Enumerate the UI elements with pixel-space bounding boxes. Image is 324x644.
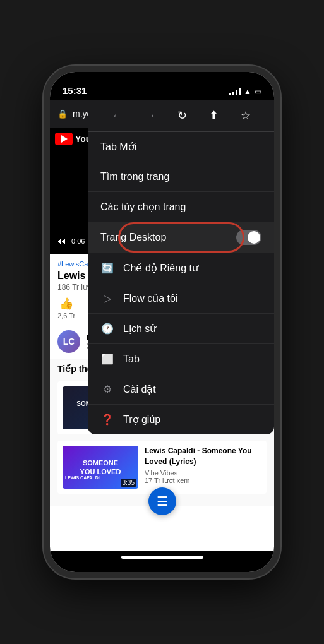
tab-label: Tab: [123, 354, 261, 365]
menu-item-tab[interactable]: ⬜ Tab: [88, 344, 274, 374]
desktop-toggle[interactable]: [236, 230, 261, 245]
menu-icon: ☰: [157, 494, 168, 509]
forward-nav-button[interactable]: →: [140, 107, 161, 125]
settings-icon: ⚙: [100, 383, 114, 395]
status-icons: ▲ ▭: [229, 87, 261, 96]
v-channel-2: Vibe Vibes: [145, 469, 261, 477]
tab-icon: ⬜: [100, 353, 114, 365]
video-meta-2: Lewis Capaldi - Someone You Loved (Lyric…: [145, 446, 261, 489]
private-icon: 🔄: [100, 262, 114, 274]
thumb-up-icon: 👍: [59, 297, 73, 311]
dropdown-nav-row: ← → ↻ ⬆ ☆: [88, 100, 274, 132]
share-nav-button[interactable]: ⬆: [204, 106, 224, 125]
find-label: Tìm trong trang: [100, 171, 169, 182]
home-indicator[interactable]: [121, 556, 203, 559]
settings-label: Cài đặt: [123, 383, 261, 395]
signal-icon: [229, 88, 241, 95]
battery-icon: ▭: [255, 87, 261, 96]
suggested-video-2[interactable]: SOMEONEYOU LOVED LEWIS CAPALDI 3:35 Lewi…: [57, 441, 267, 494]
play-triangle: [61, 135, 68, 143]
flow-icon: ▷: [100, 292, 114, 304]
v-views-2: 17 Tr lượt xem: [145, 477, 261, 485]
phone-frame: 15:31 ▲ ▭ 🔒 m.youtube.com/watch ••• 1: [44, 66, 280, 578]
desktop-toggle-knob: [248, 231, 260, 244]
notch: [115, 72, 210, 90]
fab-button[interactable]: ☰: [148, 487, 176, 515]
v-title-2: Lewis Capaldi - Someone You Loved (Lyric…: [145, 446, 261, 467]
youtube-icon: [55, 133, 73, 145]
wifi-icon: ▲: [244, 87, 251, 96]
like-count: 2,6 Tr: [57, 312, 75, 319]
menu-item-new-tab[interactable]: Tab Mới: [88, 132, 274, 162]
menu-item-private[interactable]: 🔄 Chế độ Riêng tư: [88, 253, 274, 283]
dropdown-menu: ← → ↻ ⬆ ☆ Tab Mới Tìm trong trang Các tù…: [88, 100, 274, 434]
menu-item-page-options[interactable]: Các tùy chọn trang: [88, 192, 274, 222]
bookmark-nav-button[interactable]: ☆: [236, 106, 256, 125]
thumb-duration-2: 3:35: [121, 479, 136, 487]
private-label: Chế độ Riêng tư: [123, 262, 261, 274]
desktop-label: Trang Desktop: [100, 232, 236, 243]
menu-item-history[interactable]: 🕐 Lịch sử: [88, 314, 274, 344]
refresh-nav-button[interactable]: ↻: [172, 106, 192, 125]
menu-item-flow[interactable]: ▷ Flow của tôi: [88, 283, 274, 314]
bottom-bar: [50, 551, 274, 572]
video-time: 0:06: [71, 237, 85, 245]
prev-button[interactable]: ⏮: [56, 236, 66, 247]
page-options-label: Các tùy chọn trang: [100, 201, 186, 212]
menu-item-help[interactable]: ❓ Trợ giúp: [88, 405, 274, 434]
help-icon: ❓: [100, 414, 114, 426]
back-nav-button[interactable]: ←: [106, 107, 128, 125]
artist-name-overlay: LEWIS CAPALDI: [65, 475, 100, 480]
flow-label: Flow của tôi: [123, 292, 261, 304]
history-icon: 🕐: [100, 323, 114, 335]
like-button[interactable]: 👍 2,6 Tr: [57, 297, 75, 319]
lock-icon: 🔒: [57, 109, 68, 119]
menu-item-settings[interactable]: ⚙ Cài đặt: [88, 374, 274, 405]
video-thumbnail-2: SOMEONEYOU LOVED LEWIS CAPALDI 3:35: [63, 446, 138, 489]
history-label: Lịch sử: [123, 323, 261, 335]
new-tab-label: Tab Mới: [100, 141, 136, 152]
menu-item-find[interactable]: Tìm trong trang: [88, 162, 274, 192]
phone-screen: 15:31 ▲ ▭ 🔒 m.youtube.com/watch ••• 1: [50, 72, 274, 572]
channel-avatar: LC: [57, 330, 80, 353]
help-label: Trợ giúp: [123, 414, 261, 426]
menu-item-desktop[interactable]: Trang Desktop: [88, 222, 274, 253]
